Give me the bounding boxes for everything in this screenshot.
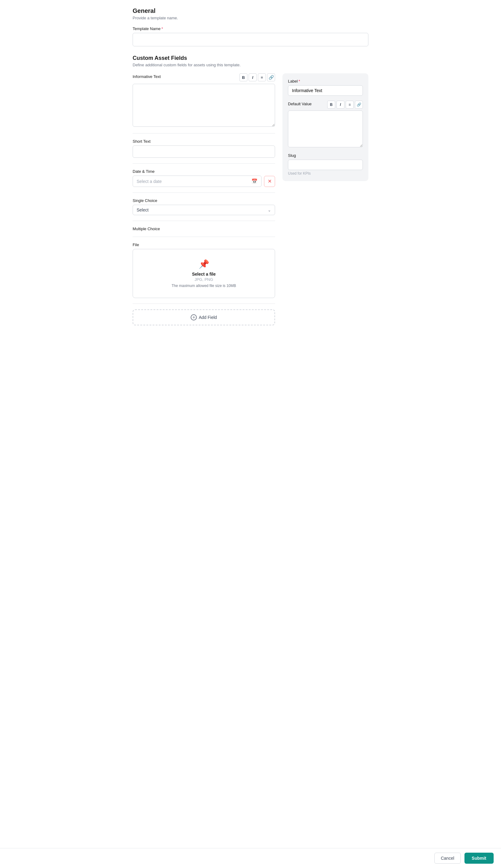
informative-text-header: Informative Text B I ≡ 🔗 bbox=[132, 73, 275, 81]
divider-2 bbox=[132, 163, 275, 164]
paperclip-icon: 📌 bbox=[139, 259, 269, 269]
italic-button[interactable]: I bbox=[249, 73, 257, 81]
required-star: * bbox=[161, 27, 163, 31]
calendar-icon: 📅 bbox=[252, 178, 258, 184]
short-text-label: Short Text bbox=[132, 139, 275, 144]
footer-bar: Cancel Submit bbox=[0, 848, 501, 868]
right-label-input[interactable] bbox=[288, 85, 363, 96]
dv-list-button[interactable]: ≡ bbox=[346, 101, 354, 109]
general-subtitle: Provide a template name. bbox=[132, 15, 369, 20]
default-value-toolbar: B I ≡ 🔗 bbox=[327, 101, 363, 109]
informative-text-label: Informative Text bbox=[132, 74, 161, 79]
template-name-label: Template Name * bbox=[132, 26, 369, 31]
slug-label: Slug bbox=[288, 153, 363, 158]
date-time-row: Select a date 📅 ✕ bbox=[132, 175, 275, 187]
short-text-field: Short Text bbox=[132, 139, 275, 158]
general-section: General Provide a template name. Templat… bbox=[132, 7, 369, 46]
informative-text-toolbar: B I ≡ 🔗 bbox=[239, 73, 275, 81]
file-max-size: The maximum allowed file size is 10MB bbox=[139, 283, 269, 288]
default-value-header: Default Value B I ≡ 🔗 bbox=[288, 101, 363, 109]
custom-fields-subtitle: Define additional custom fields for asse… bbox=[132, 63, 369, 67]
add-field-button[interactable]: + Add Field bbox=[132, 309, 275, 325]
divider-1 bbox=[132, 133, 275, 133]
file-select-text: Select a file bbox=[139, 272, 269, 277]
custom-fields-section: Custom Asset Fields Define additional cu… bbox=[132, 55, 369, 325]
list-button[interactable]: ≡ bbox=[258, 73, 266, 81]
template-name-input[interactable] bbox=[132, 33, 369, 46]
right-panel: Label * Default Value B I ≡ 🔗 bbox=[283, 73, 369, 181]
submit-button[interactable]: Submit bbox=[465, 853, 494, 864]
right-label-label: Label * bbox=[288, 79, 363, 84]
single-choice-placeholder: Select bbox=[137, 207, 268, 212]
divider-4 bbox=[132, 221, 275, 221]
add-field-icon: + bbox=[191, 314, 197, 320]
file-label: File bbox=[132, 243, 275, 247]
dv-italic-button[interactable]: I bbox=[337, 101, 344, 109]
informative-text-textarea[interactable] bbox=[132, 84, 275, 127]
add-field-label: Add Field bbox=[199, 315, 217, 320]
date-placeholder: Select a date bbox=[137, 179, 249, 184]
single-choice-label: Single Choice bbox=[132, 198, 275, 203]
divider-3 bbox=[132, 192, 275, 193]
default-value-textarea[interactable] bbox=[288, 110, 363, 147]
multiple-choice-field: Multiple Choice bbox=[132, 226, 275, 231]
cancel-button[interactable]: Cancel bbox=[434, 853, 461, 864]
slug-section: Slug Used for KPIs bbox=[288, 153, 363, 175]
date-input-wrapper[interactable]: Select a date 📅 bbox=[132, 175, 262, 187]
divider-5 bbox=[132, 237, 275, 237]
date-time-field: Date & Time Select a date 📅 ✕ bbox=[132, 169, 275, 187]
default-value-label: Default Value bbox=[288, 101, 312, 106]
dv-bold-button[interactable]: B bbox=[327, 101, 335, 109]
chevron-down-icon: ⌄ bbox=[268, 208, 271, 212]
slug-hint: Used for KPIs bbox=[288, 171, 363, 175]
right-required-star: * bbox=[299, 79, 300, 84]
custom-fields-title: Custom Asset Fields bbox=[132, 55, 369, 61]
short-text-input[interactable] bbox=[132, 146, 275, 158]
file-upload-area[interactable]: 📌 Select a file JPG, PNG The maximum all… bbox=[132, 249, 275, 298]
file-field: File 📌 Select a file JPG, PNG The maximu… bbox=[132, 243, 275, 298]
date-time-label: Date & Time bbox=[132, 169, 275, 174]
informative-text-field: Informative Text B I ≡ 🔗 bbox=[132, 73, 275, 128]
date-clear-button[interactable]: ✕ bbox=[264, 176, 275, 187]
dv-link-button[interactable]: 🔗 bbox=[355, 101, 363, 109]
right-label-section: Label * bbox=[288, 79, 363, 96]
general-title: General bbox=[132, 7, 369, 14]
file-types: JPG, PNG bbox=[139, 277, 269, 282]
divider-6 bbox=[132, 303, 275, 304]
multiple-choice-label: Multiple Choice bbox=[132, 226, 275, 231]
left-panel: Informative Text B I ≡ 🔗 Short Text bbox=[132, 73, 275, 325]
single-choice-field: Single Choice Select ⌄ bbox=[132, 198, 275, 215]
link-button[interactable]: 🔗 bbox=[267, 73, 275, 81]
bold-button[interactable]: B bbox=[239, 73, 247, 81]
default-value-section: Default Value B I ≡ 🔗 bbox=[288, 101, 363, 148]
slug-input[interactable] bbox=[288, 160, 363, 170]
single-choice-select[interactable]: Select ⌄ bbox=[132, 205, 275, 215]
main-layout: Informative Text B I ≡ 🔗 Short Text bbox=[132, 73, 369, 325]
